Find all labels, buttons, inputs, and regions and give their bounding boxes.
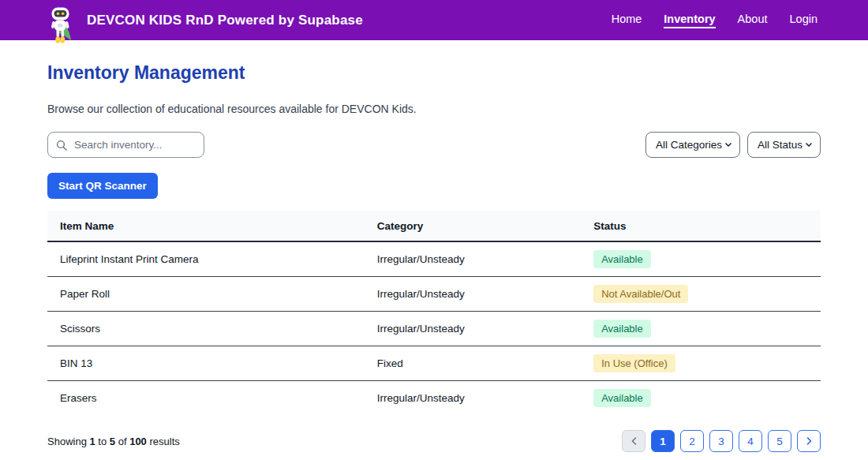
- item-name-cell: BIN 13: [47, 346, 365, 381]
- inventory-table-body: Lifeprint Instant Print Camera Irregular…: [47, 241, 821, 415]
- pagination-next-button[interactable]: [797, 430, 821, 452]
- pagination: 1 2 3 4 5: [622, 430, 821, 452]
- status-cell: In Use (Office): [581, 346, 821, 381]
- search-box[interactable]: [47, 132, 204, 158]
- item-name-cell: Lifeprint Instant Print Camera: [47, 241, 365, 277]
- pagination-page-button[interactable]: 1: [651, 430, 675, 452]
- status-badge: Not Available/Out: [593, 285, 688, 303]
- page-title: Inventory Management: [47, 62, 821, 84]
- table-row: Paper Roll Irregular/Unsteady Not Availa…: [47, 277, 821, 312]
- chevron-left-icon: [630, 436, 638, 446]
- nav-link-login[interactable]: Login: [790, 13, 817, 28]
- page-subtitle: Browse our collection of educational res…: [47, 103, 821, 115]
- search-icon: [56, 140, 67, 151]
- status-cell: Not Available/Out: [581, 277, 821, 312]
- navbar: DEVCON KIDS RnD Powered by Supabase Home…: [0, 0, 868, 40]
- pagination-page-button[interactable]: 3: [709, 430, 733, 452]
- table-row: Lifeprint Instant Print Camera Irregular…: [47, 241, 821, 277]
- filter-group: All Categories All Status: [645, 132, 821, 158]
- pagination-page-button[interactable]: 5: [768, 430, 791, 452]
- robot-mascot-logo-icon: [44, 7, 77, 47]
- start-qr-scanner-button[interactable]: Start QR Scanner: [47, 173, 158, 199]
- brand-title: DEVCON KIDS RnD Powered by Supabase: [87, 13, 363, 28]
- pagination-pages: 1 2 3 4 5: [651, 430, 791, 452]
- category-cell: Irregular/Unsteady: [365, 312, 581, 346]
- chevron-down-icon: [724, 142, 732, 148]
- column-header-status: Status: [581, 211, 821, 241]
- table-header-row: Item Name Category Status: [47, 211, 821, 241]
- category-cell: Irregular/Unsteady: [365, 381, 581, 416]
- chevron-down-icon: [805, 142, 813, 148]
- chevron-right-icon: [806, 436, 813, 446]
- category-filter-label: All Categories: [656, 139, 722, 151]
- results-from: 1: [90, 436, 95, 447]
- item-name-cell: Paper Roll: [47, 277, 365, 312]
- controls-row: All Categories All Status: [47, 132, 821, 158]
- nav-link-home[interactable]: Home: [612, 13, 642, 28]
- status-cell: Available: [581, 381, 821, 416]
- results-summary: Showing 1 to 5 of 100 results: [47, 436, 180, 447]
- pagination-page-button[interactable]: 2: [680, 430, 704, 452]
- table-row: Erasers Irregular/Unsteady Available: [47, 381, 821, 416]
- status-badge: In Use (Office): [593, 354, 675, 372]
- brand: DEVCON KIDS RnD Powered by Supabase: [44, 0, 363, 47]
- pagination-prev-button[interactable]: [622, 430, 645, 452]
- item-name-cell: Scissors: [47, 312, 365, 346]
- table-footer: Showing 1 to 5 of 100 results 1 2 3 4 5: [47, 430, 821, 452]
- status-filter-select[interactable]: All Status: [747, 132, 821, 158]
- category-cell: Irregular/Unsteady: [365, 241, 581, 277]
- main-content: Inventory Management Browse our collecti…: [47, 62, 821, 452]
- status-cell: Available: [581, 312, 821, 346]
- inventory-table: Item Name Category Status Lifeprint Inst…: [47, 211, 821, 415]
- status-badge: Available: [593, 250, 651, 268]
- nav-links: Home Inventory About Login: [612, 13, 817, 28]
- status-badge: Available: [593, 389, 651, 407]
- table-row: BIN 13 Fixed In Use (Office): [47, 346, 821, 381]
- nav-link-about[interactable]: About: [738, 13, 768, 28]
- results-to: 5: [110, 436, 115, 447]
- column-header-category: Category: [365, 211, 581, 241]
- category-cell: Irregular/Unsteady: [365, 277, 581, 312]
- item-name-cell: Erasers: [47, 381, 365, 416]
- status-badge: Available: [593, 320, 651, 338]
- results-total: 100: [129, 436, 147, 447]
- category-filter-select[interactable]: All Categories: [645, 132, 740, 158]
- category-cell: Fixed: [365, 346, 581, 381]
- status-filter-label: All Status: [758, 139, 803, 151]
- pagination-page-button[interactable]: 4: [739, 430, 762, 452]
- nav-link-inventory[interactable]: Inventory: [664, 13, 715, 28]
- table-row: Scissors Irregular/Unsteady Available: [47, 312, 821, 346]
- search-input[interactable]: [73, 138, 196, 151]
- status-cell: Available: [581, 241, 821, 277]
- column-header-item-name: Item Name: [47, 211, 365, 241]
